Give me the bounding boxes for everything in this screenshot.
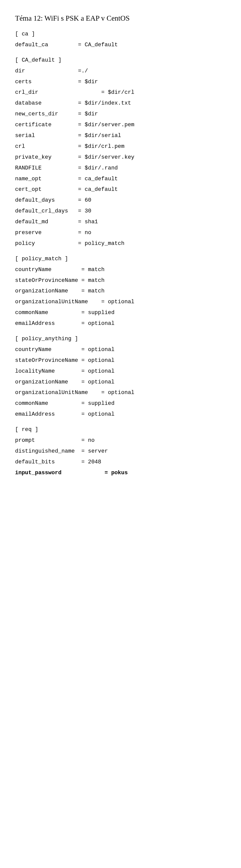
config-value: = match: [81, 267, 104, 273]
config-pad: [58, 111, 78, 117]
config-value: = policy_match: [78, 240, 125, 247]
config-pad: [42, 186, 78, 193]
config-row: emailAddress = optional: [15, 318, 226, 329]
config-pad: [42, 165, 78, 171]
config-row: organizationName = optional: [15, 377, 226, 388]
config-pad: [55, 197, 78, 204]
config-value: = optional: [81, 368, 114, 374]
config-row: RANDFILE = $dir/.rand: [15, 163, 226, 174]
config-key: policy: [15, 240, 35, 247]
config-key: organizationalUnitName: [15, 390, 88, 396]
config-value: = match: [81, 288, 104, 294]
config-pad: [35, 132, 78, 139]
config-key: crl: [15, 143, 25, 150]
config-value: = optional: [81, 346, 114, 353]
config-pad: [78, 357, 81, 364]
config-row: input_password = pokus: [15, 468, 226, 478]
config-row: organizationalUnitName = optional: [15, 388, 226, 398]
config-key: commonName: [15, 310, 48, 316]
config-key: serial: [15, 132, 35, 139]
config-pad: [38, 89, 101, 96]
config-row: default_crl_days = 30: [15, 206, 226, 217]
config-row: certificate = $dir/server.pem: [15, 120, 226, 130]
config-key: countryName: [15, 346, 51, 353]
config-row: prompt = no: [15, 435, 226, 446]
config-row: distinguished_name = server: [15, 446, 226, 457]
config-key: preserve: [15, 229, 42, 236]
config-pad: [88, 390, 101, 396]
config-key: private_key: [15, 154, 51, 160]
config-value: =./: [78, 68, 88, 74]
config-row: commonName = supplied: [15, 398, 226, 409]
config-value: = CA_default: [78, 42, 118, 48]
config-pad: [42, 100, 78, 106]
config-section: [ CA_default ]dir =./certs = $dircrl_dir…: [15, 55, 226, 249]
section-header: [ ca ]: [15, 29, 226, 40]
config-pad: [25, 143, 78, 150]
config-value: = ca_default: [78, 186, 118, 193]
config-key: input_password: [15, 470, 62, 476]
config-value: = $dir: [78, 79, 98, 85]
config-pad: [32, 79, 78, 85]
config-row: countryName = optional: [15, 344, 226, 355]
config-pad: [25, 68, 78, 74]
config-pad: [68, 379, 81, 385]
config-pad: [78, 277, 81, 284]
config-key: emailAddress: [15, 320, 55, 327]
config-key: countryName: [15, 267, 51, 273]
config-pad: [48, 42, 78, 48]
config-pad: [75, 448, 81, 454]
config-value: = ca_default: [78, 176, 118, 182]
page-title: Téma 12: WiFi s PSK a EAP v CentOS: [15, 12, 226, 24]
config-key: organizationName: [15, 379, 68, 385]
config-key: cert_opt: [15, 186, 42, 193]
config-pad: [68, 208, 78, 214]
section-header: [ policy_match ]: [15, 254, 226, 265]
config-value: = $dir: [78, 111, 98, 117]
config-row: database = $dir/index.txt: [15, 98, 226, 109]
config-key: default_ca: [15, 42, 48, 48]
config-row: commonName = supplied: [15, 308, 226, 318]
config-pad: [62, 470, 105, 476]
config-row: cert_opt = ca_default: [15, 184, 226, 195]
config-key: localityName: [15, 368, 55, 374]
config-section: [ req ]prompt = nodistinguished_name = s…: [15, 425, 226, 478]
config-key: prompt: [15, 437, 35, 443]
config-key: dir: [15, 68, 25, 74]
config-pad: [35, 437, 81, 443]
config-value: = optional: [81, 357, 114, 364]
config-row: default_days = 60: [15, 195, 226, 206]
config-value: = $dir/server.pem: [78, 122, 134, 128]
config-row: default_bits = 2048: [15, 457, 226, 468]
config-row: preserve = no: [15, 227, 226, 238]
config-key: database: [15, 100, 42, 106]
config-key: distinguished_name: [15, 448, 75, 454]
config-row: default_md = sha1: [15, 217, 226, 227]
config-value: = $dir/crl.pem: [78, 143, 125, 150]
config-pad: [55, 411, 81, 417]
config-value: = $dir/index.txt: [78, 100, 131, 106]
config-row: stateOrProvinceName = optional: [15, 355, 226, 366]
config-pad: [51, 154, 78, 160]
config-value: = $dir/serial: [78, 132, 121, 139]
config-value: = 2048: [81, 459, 101, 465]
config-value: = 30: [78, 208, 91, 214]
config-value: = optional: [81, 320, 114, 327]
config-value: = $dir/crl: [101, 89, 134, 96]
config-value: = optional: [81, 379, 114, 385]
config-row: certs = $dir: [15, 77, 226, 88]
section-header: [ CA_default ]: [15, 55, 226, 66]
config-key: RANDFILE: [15, 165, 42, 171]
config-key: organizationName: [15, 288, 68, 294]
config-pad: [51, 122, 78, 128]
config-value: = server: [81, 448, 108, 454]
config-pad: [51, 267, 81, 273]
config-key: default_days: [15, 197, 55, 204]
config-row: crl_dir = $dir/crl: [15, 87, 226, 98]
config-key: stateOrProvinceName: [15, 277, 78, 284]
config-key: name_opt: [15, 176, 42, 182]
config-key: crl_dir: [15, 89, 38, 96]
section-header: [ req ]: [15, 425, 226, 435]
config-row: private_key = $dir/server.key: [15, 152, 226, 163]
config-value: = no: [81, 437, 95, 443]
